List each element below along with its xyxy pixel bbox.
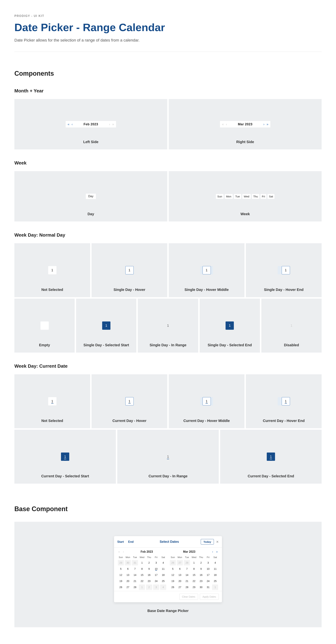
day-cell-hover-end[interactable]: 1 — [282, 266, 290, 274]
calendar-day[interactable]: 15 — [191, 572, 197, 578]
calendar-day[interactable]: 1 — [191, 560, 197, 566]
calendar-day[interactable]: 23 — [146, 578, 152, 584]
calendar-day[interactable]: 9 — [146, 566, 152, 572]
clear-dates-button[interactable]: Clear Dates — [179, 594, 198, 600]
calendar-day[interactable]: 21 — [184, 578, 190, 584]
calendar-day[interactable]: 16 — [198, 572, 204, 578]
panel-day: 1 Current Day - In Range — [117, 430, 219, 484]
tab-end[interactable]: End — [128, 540, 133, 544]
calendar-day[interactable]: 27 — [125, 584, 131, 590]
day-cell-hover[interactable]: 1 — [125, 266, 134, 274]
calendar-day[interactable]: 18 — [160, 572, 166, 578]
calendar-day: 3 — [153, 584, 159, 590]
calendar-day[interactable]: 5 — [118, 566, 124, 572]
calendar-day[interactable]: 9 — [198, 566, 204, 572]
calendar-day[interactable]: 26 — [118, 584, 124, 590]
calendar-grids: SunMonTueWedThuFriSat2930311234567891011… — [117, 555, 219, 590]
day-cell-in-range[interactable]: 1 — [164, 322, 172, 330]
weekday-label: Sat — [267, 194, 274, 199]
current-day-hover-middle[interactable]: 1 — [203, 397, 211, 406]
calendar-day[interactable]: 12 — [118, 572, 124, 578]
calendar-day[interactable]: 6 — [177, 566, 183, 572]
day-cell-selected-start[interactable]: 1 — [102, 322, 110, 330]
day-cell-not-selected[interactable]: 1 — [48, 266, 57, 274]
calendar-day[interactable]: 14 — [184, 572, 190, 578]
calendar-day[interactable]: 10 — [153, 566, 159, 572]
section-normal-day: Week Day: Normal Day — [15, 232, 321, 238]
calendar-day[interactable]: 28 — [132, 584, 138, 590]
calendar-day[interactable]: 25 — [160, 578, 166, 584]
calendar-day[interactable]: 20 — [177, 578, 183, 584]
calendar-day[interactable]: 19 — [118, 578, 124, 584]
current-day-not-selected[interactable]: 1 — [48, 397, 57, 406]
calendar-day[interactable]: 25 — [212, 578, 218, 584]
calendar-day[interactable]: 29 — [191, 584, 197, 590]
prev-year-icon: « — [221, 122, 225, 126]
panel-day: 1 Current Day - Hover Middle — [169, 374, 244, 428]
calendar-day[interactable]: 12 — [170, 572, 176, 578]
date-range-picker-card: Start End Select Dates Today ✕ « ‹ Feb 2… — [114, 536, 222, 602]
calendar-day[interactable]: 31 — [205, 584, 211, 590]
calendar-day: 2 — [146, 584, 152, 590]
calendar-day[interactable]: 19 — [170, 578, 176, 584]
calendar-day[interactable]: 10 — [205, 566, 211, 572]
next-year-icon[interactable]: » — [266, 122, 269, 126]
calendar-day[interactable]: 26 — [170, 584, 176, 590]
calendar-day[interactable]: 24 — [205, 578, 211, 584]
current-day-hover[interactable]: 1 — [125, 397, 134, 406]
prev-year-icon[interactable]: « — [67, 122, 70, 126]
panel-week-day: Day Day — [15, 171, 167, 222]
calendar-day[interactable]: 4 — [212, 560, 218, 566]
calendar-day[interactable]: 17 — [153, 572, 159, 578]
calendar-day[interactable]: 3 — [205, 560, 211, 566]
calendar-day[interactable]: 23 — [198, 578, 204, 584]
calendar-day[interactable]: 8 — [139, 566, 145, 572]
calendar-day[interactable]: 14 — [132, 572, 138, 578]
calendar-day[interactable]: 4 — [160, 560, 166, 566]
calendar-day[interactable]: 30 — [198, 584, 204, 590]
prev-month-icon[interactable]: ‹ — [122, 550, 125, 554]
next-year-icon[interactable]: » — [215, 550, 219, 554]
calendar-day[interactable]: 13 — [125, 572, 131, 578]
calendar-day[interactable]: 6 — [125, 566, 131, 572]
next-month-icon[interactable]: › — [211, 550, 214, 554]
calendar-day[interactable]: 2 — [198, 560, 204, 566]
current-day-in-range[interactable]: 1 — [164, 452, 172, 461]
calendar-day[interactable]: 18 — [212, 572, 218, 578]
day-cell-selected-end[interactable]: 1 — [226, 322, 234, 330]
day-cell-hover-middle[interactable]: 1 — [203, 266, 211, 274]
calendar-day[interactable]: 8 — [191, 566, 197, 572]
card-title: Select Dates — [138, 540, 201, 544]
prev-month-icon[interactable]: ‹ — [70, 122, 74, 126]
calendar-day[interactable]: 24 — [153, 578, 159, 584]
calendar-day[interactable]: 16 — [146, 572, 152, 578]
close-icon[interactable]: ✕ — [216, 540, 219, 544]
next-month-icon[interactable]: › — [262, 122, 266, 126]
apply-dates-button[interactable]: Apply Dates — [200, 594, 219, 600]
calendar-day[interactable]: 11 — [212, 566, 218, 572]
prev-year-icon[interactable]: « — [117, 550, 121, 554]
calendar-day[interactable]: 20 — [125, 578, 131, 584]
calendar-day[interactable]: 7 — [184, 566, 190, 572]
calendar-day: 27 — [177, 560, 183, 566]
calendar-day[interactable]: 17 — [205, 572, 211, 578]
tab-start[interactable]: Start — [117, 540, 124, 544]
calendar-day[interactable]: 2 — [146, 560, 152, 566]
calendar-day[interactable]: 3 — [153, 560, 159, 566]
calendar-day[interactable]: 22 — [139, 578, 145, 584]
caption: Single Day - In Range — [138, 343, 198, 347]
calendar-day[interactable]: 28 — [184, 584, 190, 590]
current-day-selected-start[interactable]: 1 — [61, 452, 69, 461]
calendar-day[interactable]: 21 — [132, 578, 138, 584]
calendar-day[interactable]: 11 — [160, 566, 166, 572]
calendar-day[interactable]: 7 — [132, 566, 138, 572]
today-button[interactable]: Today — [201, 539, 214, 544]
calendar-day[interactable]: 5 — [170, 566, 176, 572]
calendar-day[interactable]: 15 — [139, 572, 145, 578]
current-day-selected-end[interactable]: 1 — [267, 452, 275, 461]
calendar-day[interactable]: 13 — [177, 572, 183, 578]
calendar-day[interactable]: 22 — [191, 578, 197, 584]
current-day-hover-end[interactable]: 1 — [282, 397, 290, 406]
calendar-day[interactable]: 1 — [139, 560, 145, 566]
calendar-day[interactable]: 27 — [177, 584, 183, 590]
